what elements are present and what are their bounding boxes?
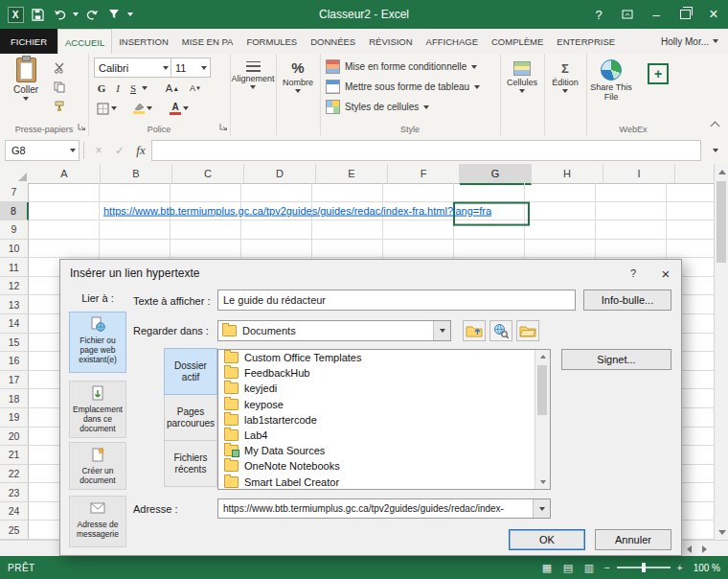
scroll-right-icon[interactable] — [697, 542, 712, 556]
cells-button[interactable]: Cellules — [502, 61, 542, 93]
list-scroll-thumb[interactable] — [537, 365, 547, 415]
row-header-17[interactable]: 17 — [0, 371, 29, 390]
font-name-combo[interactable]: Calibri — [94, 58, 172, 78]
scroll-left-icon[interactable] — [682, 542, 696, 556]
minimize-icon[interactable]: – — [642, 0, 671, 29]
cut-button[interactable] — [50, 59, 69, 77]
cell-hyperlink[interactable]: https://www.btb.termiumplus.gc.ca/tpv2gu… — [103, 202, 491, 221]
borders-button[interactable] — [94, 100, 119, 117]
column-header-h[interactable]: H — [532, 164, 603, 184]
file-item-onenote-notebooks[interactable]: OneNote Notebooks — [218, 458, 550, 474]
file-item-feedbackhub[interactable]: FeedbackHub — [218, 365, 550, 381]
scroll-down-icon[interactable] — [715, 524, 728, 540]
row-header-14[interactable]: 14 — [0, 314, 29, 334]
zoom-out-icon[interactable]: − — [602, 563, 613, 573]
file-item-keyjedi[interactable]: keyjedi — [218, 381, 550, 396]
format-painter-button[interactable] — [50, 98, 69, 115]
bookmark-button[interactable]: Signet... — [561, 349, 671, 370]
browse-web-button[interactable] — [489, 320, 512, 341]
zoom-in-icon[interactable]: + — [674, 563, 686, 573]
row-header-24[interactable]: 24 — [0, 502, 29, 521]
file-item-lab1startercode[interactable]: lab1startercode — [218, 412, 550, 428]
column-header-f[interactable]: F — [388, 164, 460, 184]
column-header-b[interactable]: B — [101, 164, 172, 184]
customize-qat-icon[interactable] — [125, 3, 135, 26]
row-header-19[interactable]: 19 — [0, 408, 29, 428]
place-fichiers-r-cents[interactable]: Fichiers récents — [164, 440, 217, 487]
row-header-11[interactable]: 11 — [0, 258, 29, 277]
filter-icon[interactable] — [103, 3, 125, 26]
address-combo[interactable]: https://www.btb.termiumplus.gc.ca/tpv2gu… — [217, 498, 551, 519]
place-dossier-actif[interactable]: Dossier actif — [164, 348, 217, 395]
file-item-keypose[interactable]: keypose — [218, 397, 550, 412]
row-header-20[interactable]: 20 — [0, 428, 29, 447]
row-header-18[interactable]: 18 — [0, 389, 29, 408]
tab-r-vision[interactable]: RÉVISION — [362, 29, 419, 54]
undo-dropdown-icon[interactable] — [71, 3, 80, 26]
list-scroll-down-icon[interactable] — [535, 475, 550, 489]
tab-compl-me[interactable]: COMPLÈME — [485, 29, 550, 54]
cell-styles-button[interactable]: Styles de cellules — [326, 100, 429, 114]
copy-button[interactable] — [50, 79, 69, 96]
webex-add-button[interactable]: + — [640, 63, 676, 84]
vertical-scrollbar[interactable] — [714, 164, 728, 540]
tab-donn-es[interactable]: DONNÉES — [304, 29, 362, 54]
row-header-16[interactable]: 16 — [0, 352, 29, 371]
share-this-file-button[interactable]: Share This File — [588, 59, 634, 102]
column-header-g[interactable]: G — [460, 164, 532, 185]
column-header-i[interactable]: I — [603, 164, 675, 184]
row-header-9[interactable]: 9 — [0, 220, 29, 240]
increase-font-button[interactable]: A▲ — [163, 80, 182, 97]
expand-formula-bar-icon[interactable] — [705, 141, 726, 160]
row-header-13[interactable]: 13 — [0, 295, 29, 314]
scroll-up-icon[interactable] — [715, 164, 728, 179]
close-icon[interactable]: × — [699, 0, 728, 29]
bold-button[interactable]: G — [94, 80, 109, 97]
editing-button[interactable]: Σ Édition — [546, 61, 584, 93]
fill-color-button[interactable] — [130, 100, 155, 117]
tab-enterprise[interactable]: ENTERPRISE — [550, 29, 622, 54]
column-header-a[interactable]: A — [29, 164, 101, 184]
row-header-22[interactable]: 22 — [0, 465, 29, 484]
zoom-slider-thumb[interactable] — [642, 563, 646, 572]
select-all-corner[interactable] — [0, 164, 30, 184]
file-item-smart-label-creator[interactable]: Smart Label Creator — [218, 475, 550, 490]
zoom-level[interactable]: 100 % — [690, 563, 720, 573]
link-type-cr-er-un-document[interactable]: Créer un document — [69, 442, 126, 490]
row-header-7[interactable]: 7 — [0, 183, 29, 202]
font-dialog-launcher[interactable] — [219, 122, 228, 133]
page-layout-view-icon[interactable]: ▤ — [559, 559, 577, 576]
screentip-button[interactable]: Info-bulle... — [583, 290, 671, 311]
dialog-close-icon[interactable]: × — [650, 260, 681, 287]
up-one-folder-button[interactable] — [463, 320, 486, 341]
insert-function-icon[interactable]: fx — [130, 141, 151, 160]
row-header-8[interactable]: 8 — [0, 202, 29, 221]
help-icon[interactable]: ? — [584, 0, 613, 29]
format-as-table-button[interactable]: Mettre sous forme de tableau — [326, 80, 480, 94]
underline-button[interactable]: S — [126, 80, 140, 97]
row-header-23[interactable]: 23 — [0, 483, 29, 502]
cancel-entry-icon[interactable]: × — [88, 141, 109, 160]
enter-entry-icon[interactable]: ✓ — [109, 141, 130, 160]
row-header-12[interactable]: 12 — [0, 277, 29, 296]
link-type-adresse-de-messagerie[interactable]: Adresse de messagerie — [69, 496, 126, 547]
file-list[interactable]: Custom Office TemplatesFeedbackHubkeyjed… — [217, 349, 551, 490]
place-pages-parcourues[interactable]: Pages parcourues — [164, 394, 217, 441]
italic-button[interactable]: I — [111, 80, 125, 97]
collapse-ribbon-icon[interactable] — [712, 120, 718, 131]
page-break-view-icon[interactable]: ▥ — [580, 559, 598, 576]
column-header-d[interactable]: D — [244, 164, 316, 184]
row-header-10[interactable]: 10 — [0, 240, 29, 259]
alignment-button[interactable]: Alignement — [232, 61, 274, 89]
vertical-scroll-thumb[interactable] — [717, 181, 726, 263]
paste-button[interactable]: Coller — [8, 58, 44, 101]
zoom-slider[interactable] — [617, 567, 671, 568]
number-button[interactable]: % Nombre — [278, 59, 318, 93]
link-type-fichier-ou-page-web-existant-e[interactable]: Fichier ou page web existant(e) — [69, 312, 126, 373]
font-size-combo[interactable]: 11 — [171, 58, 211, 78]
save-icon[interactable] — [27, 3, 48, 26]
conditional-formatting-button[interactable]: Mise en forme conditionnelle — [326, 59, 477, 74]
browse-files-button[interactable] — [516, 320, 539, 341]
tab-mise-en-pa[interactable]: MISE EN PA — [175, 29, 240, 54]
underline-dropdown-icon[interactable] — [140, 80, 149, 97]
